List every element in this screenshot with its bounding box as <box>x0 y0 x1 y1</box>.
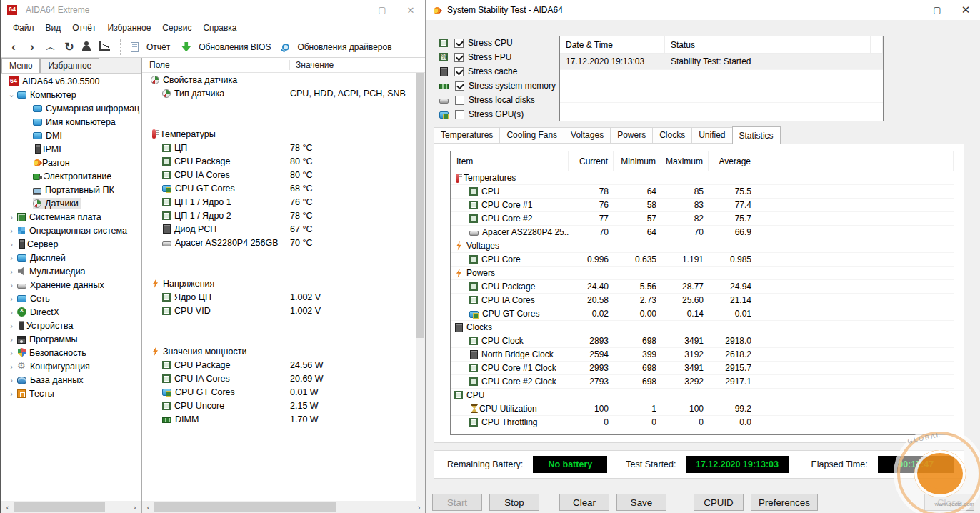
up-icon[interactable]: ︿ <box>41 41 60 54</box>
checkbox-checked[interactable] <box>454 53 464 62</box>
scroll-left-icon[interactable]: ‹ <box>142 503 154 512</box>
tree-item[interactable]: DirectX <box>1 305 141 319</box>
chevron-icon[interactable] <box>6 349 17 357</box>
chevron-icon[interactable] <box>6 226 17 235</box>
tree-item[interactable]: Разгон <box>1 156 141 169</box>
checkbox-checked[interactable] <box>454 67 464 76</box>
clear-button[interactable]: Clear <box>559 494 609 511</box>
cpuid-button[interactable]: CPUID <box>694 494 744 511</box>
tree-item[interactable]: Программы <box>1 332 141 346</box>
sensor-vscrollbar[interactable] <box>416 73 425 501</box>
scroll-thumb[interactable] <box>416 73 424 338</box>
scroll-left-icon[interactable]: ‹ <box>1 503 14 512</box>
column-value[interactable]: Значение <box>290 60 334 70</box>
chevron-icon[interactable] <box>6 322 17 330</box>
tree-item[interactable]: Компьютер <box>1 88 141 101</box>
tree-item[interactable]: Устройства <box>1 319 141 332</box>
menu-item-2[interactable]: Вид <box>40 21 67 34</box>
users-icon[interactable] <box>79 41 97 54</box>
chevron-icon[interactable] <box>6 90 17 99</box>
back-icon[interactable]: ‹ <box>4 41 23 54</box>
scroll-right-icon[interactable]: › <box>413 503 425 512</box>
tree-item[interactable]: Сервер <box>1 237 141 251</box>
tree-item[interactable]: Сеть <box>1 292 141 305</box>
tab-clocks[interactable]: Clocks <box>652 127 691 144</box>
stats-col-current[interactable]: Current <box>569 151 614 171</box>
tree-item[interactable]: Портативный ПК <box>1 183 141 196</box>
maximize-icon[interactable] <box>923 0 951 20</box>
tab-statistics[interactable]: Statistics <box>732 126 781 144</box>
stress-option[interactable]: Stress local disks <box>439 93 556 107</box>
tree-item[interactable]: AIDA64 v6.30.5500 <box>1 74 141 88</box>
report-chart-icon[interactable] <box>97 41 116 54</box>
sidebar-hscrollbar[interactable]: ‹ › <box>1 501 141 513</box>
log-column-datetime[interactable]: Date & Time <box>560 36 665 53</box>
menu-item-1[interactable]: Файл <box>7 21 40 34</box>
stats-col-average[interactable]: Average <box>709 151 756 171</box>
minimize-icon[interactable] <box>339 0 368 20</box>
tab-unified[interactable]: Unified <box>691 127 731 144</box>
close-icon[interactable] <box>396 0 425 20</box>
refresh-icon[interactable]: ↻ <box>60 40 79 54</box>
stress-option[interactable]: Stress CPU <box>439 36 556 50</box>
report-button[interactable]: Отчёт <box>125 39 176 55</box>
tree-item[interactable]: Тесты <box>1 387 141 400</box>
menu-item-6[interactable]: Справка <box>197 21 242 34</box>
minimize-icon[interactable] <box>894 0 923 20</box>
tree-item[interactable]: База данных <box>1 373 141 387</box>
driver-updates-button[interactable]: Обновления драйверов <box>276 39 397 55</box>
tree-item[interactable]: Датчики <box>1 196 141 210</box>
scroll-thumb[interactable] <box>14 502 105 512</box>
tree-item[interactable]: Суммарная информац <box>1 101 141 115</box>
tree-item[interactable]: Дисплей <box>1 251 141 264</box>
chevron-icon[interactable] <box>6 213 17 221</box>
close-icon[interactable] <box>951 0 980 20</box>
scroll-right-icon[interactable]: › <box>129 503 141 512</box>
checkbox-unchecked[interactable] <box>455 96 464 105</box>
chevron-icon[interactable] <box>6 240 17 249</box>
checkbox-unchecked[interactable] <box>455 110 464 119</box>
menu-item-5[interactable]: Сервис <box>156 21 197 34</box>
chevron-icon[interactable] <box>6 267 17 276</box>
stress-option[interactable]: Stress GPU(s) <box>439 107 556 121</box>
log-column-status[interactable]: Status <box>665 36 871 53</box>
maximize-icon[interactable] <box>368 0 396 20</box>
tab-powers[interactable]: Powers <box>610 127 652 144</box>
bios-updates-button[interactable]: Обновления BIOS <box>176 39 276 55</box>
chevron-icon[interactable] <box>6 389 17 398</box>
stats-col-item[interactable]: Item <box>451 151 569 171</box>
stress-option[interactable]: Stress system memory <box>439 79 556 93</box>
tab-voltages[interactable]: Voltages <box>564 127 610 144</box>
tab-favorites[interactable]: Избранное <box>40 58 99 73</box>
chevron-icon[interactable] <box>6 294 17 303</box>
stress-option[interactable]: Stress cache <box>439 64 556 79</box>
sensor-hscrollbar[interactable]: ‹ › <box>142 501 425 513</box>
stop-button[interactable]: Stop <box>489 494 539 511</box>
tree-item[interactable]: Безопасность <box>1 346 141 359</box>
chevron-icon[interactable] <box>6 335 17 344</box>
stats-col-minimum[interactable]: Minimum <box>614 151 661 171</box>
checkbox-checked[interactable] <box>455 81 464 91</box>
column-field[interactable]: Поле <box>142 60 290 70</box>
chevron-icon[interactable] <box>6 308 17 317</box>
tree-item[interactable]: Хранение данных <box>1 278 141 292</box>
chevron-icon[interactable] <box>6 281 17 289</box>
tree-item[interactable]: IPMI <box>1 142 141 156</box>
preferences-button[interactable]: Preferences <box>751 494 818 511</box>
tab-temperatures[interactable]: Temperatures <box>434 127 499 144</box>
stress-option[interactable]: Stress FPU <box>439 50 556 64</box>
tree-item[interactable]: DMI <box>1 129 141 142</box>
checkbox-checked[interactable] <box>454 39 464 48</box>
tree-item[interactable]: Конфигурация <box>1 359 141 373</box>
stats-col-maximum[interactable]: Maximum <box>661 151 709 171</box>
tree-item[interactable]: Электропитание <box>1 169 141 183</box>
forward-icon[interactable]: › <box>23 41 41 54</box>
chevron-icon[interactable] <box>6 362 17 371</box>
tab-cooling-fans[interactable]: Cooling Fans <box>499 127 564 144</box>
menu-item-4[interactable]: Избранное <box>102 21 157 34</box>
tree-item[interactable]: Операционная система <box>1 224 141 237</box>
chevron-icon[interactable] <box>6 376 17 384</box>
tree-item[interactable]: Имя компьютера <box>1 115 141 129</box>
menu-item-3[interactable]: Отчёт <box>66 21 101 34</box>
tree-item[interactable]: Мультимедиа <box>1 264 141 278</box>
